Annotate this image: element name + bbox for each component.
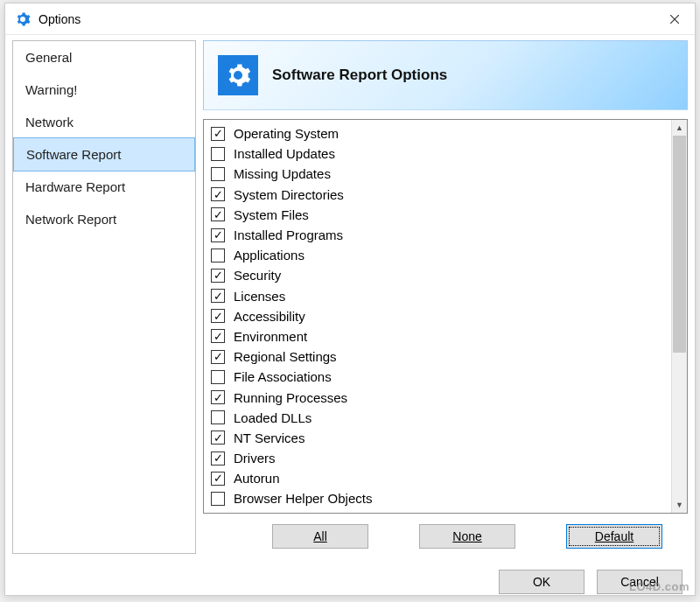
checklist-item-label: Loaded DLLs [234, 410, 312, 425]
checklist-item-label: Applications [234, 248, 304, 262]
checklist-row[interactable]: Browser Helper Objects [206, 488, 669, 508]
checkbox[interactable] [211, 370, 225, 384]
checkbox[interactable] [211, 228, 225, 242]
panel-title: Software Report Options [272, 66, 447, 84]
none-button-label: None [452, 529, 481, 543]
cancel-button-label: Cancel [620, 575, 659, 589]
default-button-label: Default [595, 529, 634, 543]
sidebar-item-warning[interactable]: Warning! [13, 74, 195, 106]
scroll-track[interactable] [672, 136, 687, 497]
cancel-button[interactable]: Cancel [597, 570, 682, 594]
checklist-row[interactable]: System Directories [206, 185, 669, 205]
checklist-row[interactable]: Environment [206, 326, 669, 346]
sidebar-item-hardware-report[interactable]: Hardware Report [13, 171, 195, 203]
titlebar: Options [5, 4, 695, 35]
default-button[interactable]: Default [566, 524, 662, 549]
checklist-row[interactable]: Drivers [206, 448, 669, 468]
checklist-row[interactable]: Installed Programs [206, 225, 669, 245]
sidebar-item-network-report[interactable]: Network Report [13, 203, 195, 235]
checklist-item-label: Licenses [234, 289, 285, 304]
scroll-down-button[interactable]: ▼ [672, 497, 687, 513]
sidebar-item-label: Warning! [25, 82, 77, 97]
checkbox[interactable] [211, 147, 225, 161]
checklist-row[interactable]: Running Processes [206, 387, 669, 407]
all-button[interactable]: All [272, 524, 368, 549]
checkbox[interactable] [211, 207, 225, 221]
gear-icon [218, 55, 258, 95]
sidebar-item-label: Network [25, 115, 74, 130]
sidebar-item-label: Software Report [26, 147, 121, 162]
vertical-scrollbar[interactable]: ▲ ▼ [671, 120, 687, 513]
selection-button-row: All None Default [203, 514, 688, 554]
checkbox[interactable] [211, 430, 225, 444]
checkbox[interactable] [211, 187, 225, 201]
checklist-row[interactable]: Operating System [206, 123, 669, 144]
sidebar-item-label: General [25, 50, 72, 65]
options-window: Options GeneralWarning!NetworkSoftware R… [4, 3, 696, 596]
gear-icon [14, 10, 32, 28]
checklist-row[interactable]: Missing Updates [206, 164, 669, 184]
sidebar-item-network[interactable]: Network [13, 106, 195, 138]
checklist-item-label: Installed Programs [234, 228, 343, 242]
checkbox[interactable] [211, 329, 225, 343]
checkbox[interactable] [211, 309, 225, 323]
checklist-row[interactable]: Accessibility [206, 306, 669, 326]
window-title: Options [38, 12, 654, 26]
checkbox[interactable] [211, 350, 225, 364]
nav-sidebar: GeneralWarning!NetworkSoftware ReportHar… [12, 40, 196, 554]
checklist-item-label: System Files [234, 207, 309, 222]
checkbox[interactable] [211, 289, 225, 303]
checkbox[interactable] [211, 492, 225, 506]
main-panel: Software Report Options Operating System… [203, 40, 688, 554]
panel-banner: Software Report Options [203, 40, 688, 110]
checklist-item-label: Browser Helper Objects [234, 491, 372, 506]
checklist-row[interactable]: Loaded DLLs [206, 408, 669, 428]
scroll-thumb[interactable] [673, 136, 686, 353]
sidebar-item-label: Network Report [25, 212, 116, 227]
checklist-item-label: Missing Updates [234, 166, 331, 181]
checklist-item-label: Operating System [234, 126, 339, 141]
checklist-item-label: Running Processes [234, 390, 347, 405]
checklist-row[interactable]: NT Services [206, 428, 669, 448]
checklist-item-label: Autorun [234, 471, 280, 486]
checklist-row[interactable]: Autorun [206, 468, 669, 488]
none-button[interactable]: None [419, 524, 515, 549]
checkbox[interactable] [211, 167, 225, 181]
sidebar-item-general[interactable]: General [13, 41, 195, 74]
sidebar-item-software-report[interactable]: Software Report [13, 137, 195, 172]
checklist-box: Operating SystemInstalled UpdatesMissing… [203, 119, 688, 514]
checkbox[interactable] [211, 472, 225, 486]
checkbox[interactable] [211, 390, 225, 404]
dialog-body: GeneralWarning!NetworkSoftware ReportHar… [5, 35, 695, 561]
checkbox[interactable] [211, 410, 225, 424]
checklist-row[interactable]: Security [206, 265, 669, 285]
checklist-row[interactable]: File Associations [206, 367, 669, 387]
checklist-item-label: System Directories [234, 187, 344, 202]
scroll-up-button[interactable]: ▲ [672, 120, 687, 136]
checklist-row[interactable]: Licenses [206, 286, 669, 306]
checklist-item-label: Installed Updates [234, 146, 335, 161]
checklist-item-label: Regional Settings [234, 349, 337, 364]
checklist-row[interactable]: Applications [206, 245, 669, 265]
ok-button-label: OK [533, 575, 550, 589]
ok-button[interactable]: OK [499, 570, 584, 594]
checklist-row[interactable]: System Files [206, 205, 669, 225]
all-button-label: All [313, 529, 327, 543]
sidebar-item-label: Hardware Report [25, 179, 125, 194]
checkbox[interactable] [211, 248, 225, 262]
checklist-item-label: Environment [234, 329, 307, 344]
checkbox[interactable] [211, 127, 225, 141]
checklist-row[interactable]: Regional Settings [206, 346, 669, 367]
checkbox[interactable] [211, 452, 225, 466]
dialog-footer: OK Cancel [5, 561, 695, 602]
checklist-row[interactable]: Installed Updates [206, 144, 669, 164]
checklist-content: Operating SystemInstalled UpdatesMissing… [204, 120, 671, 513]
checklist-item-label: File Associations [234, 369, 332, 384]
checklist-item-label: NT Services [234, 430, 304, 445]
checklist-item-label: Security [234, 268, 281, 283]
close-button[interactable] [654, 4, 695, 35]
checkbox[interactable] [211, 269, 225, 283]
checklist-item-label: Accessibility [234, 309, 305, 324]
checklist-item-label: Drivers [234, 451, 276, 466]
